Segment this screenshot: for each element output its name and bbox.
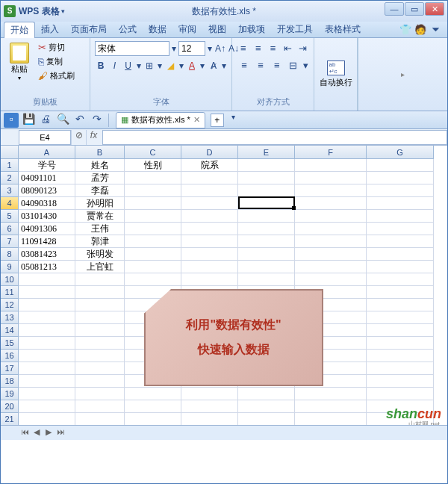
formula-input[interactable] <box>102 130 447 145</box>
skin-icon[interactable]: 👕 <box>399 24 411 36</box>
cell-G3[interactable] <box>367 184 434 197</box>
row-header-1[interactable]: 1 <box>1 159 19 172</box>
clear-dropdown[interactable]: ▾ <box>221 58 227 73</box>
callout-shape[interactable]: 利用"数据有效性" 快速输入数据 <box>144 289 323 386</box>
merge-button[interactable]: ⊟ <box>286 58 301 73</box>
cell-D1[interactable]: 院系 <box>181 159 238 172</box>
cell-A14[interactable] <box>19 324 75 337</box>
grow-font-button[interactable]: A↑ <box>214 41 226 56</box>
cell-B14[interactable] <box>75 324 125 337</box>
cell-B15[interactable] <box>75 337 125 350</box>
row-header-17[interactable]: 17 <box>1 362 19 375</box>
clear-format-button[interactable]: A̷ <box>207 58 219 73</box>
copy-button[interactable]: ⎘复制 <box>37 55 76 68</box>
cell-A18[interactable] <box>19 375 75 388</box>
row-header-4[interactable]: 4 <box>1 197 19 210</box>
cell-F21[interactable] <box>295 413 367 426</box>
row-header-9[interactable]: 9 <box>1 261 19 273</box>
fill-dropdown[interactable]: ▾ <box>178 58 184 73</box>
cell-E4[interactable] <box>238 197 295 210</box>
cell-G4[interactable] <box>367 197 434 210</box>
first-sheet-button[interactable]: ⏮ <box>19 427 31 439</box>
cell-G15[interactable] <box>367 337 434 350</box>
print-button[interactable]: 🖨 <box>38 113 53 128</box>
cell-G12[interactable] <box>367 299 434 311</box>
cell-G5[interactable] <box>367 210 434 223</box>
column-header-E[interactable]: E <box>238 146 295 159</box>
row-header-12[interactable]: 12 <box>1 299 19 311</box>
cell-E2[interactable] <box>238 172 295 184</box>
cell-D2[interactable] <box>181 172 238 184</box>
cell-A10[interactable] <box>19 273 75 286</box>
cell-G17[interactable] <box>367 362 434 375</box>
cell-G10[interactable] <box>367 273 434 286</box>
column-header-A[interactable]: A <box>19 146 75 159</box>
underline-button[interactable]: U <box>122 58 134 73</box>
cell-F19[interactable] <box>295 388 367 400</box>
cell-B2[interactable]: 孟芳 <box>75 172 125 184</box>
column-header-G[interactable]: G <box>367 146 434 159</box>
maximize-button[interactable]: ▭ <box>405 2 424 16</box>
document-tab[interactable]: ▦ 数据有效性.xls * ✕ <box>116 112 205 128</box>
cell-F9[interactable] <box>295 261 367 273</box>
cell-B12[interactable] <box>75 299 125 311</box>
paste-button[interactable]: 粘贴 ▾ <box>5 41 34 83</box>
cell-D4[interactable] <box>181 197 238 210</box>
undo-button[interactable]: ↶ <box>72 113 87 128</box>
cell-C6[interactable] <box>125 223 181 235</box>
name-box[interactable] <box>19 130 71 145</box>
font-name-select[interactable] <box>95 41 169 56</box>
row-header-18[interactable]: 18 <box>1 375 19 388</box>
menu-insert[interactable]: 插入 <box>35 22 65 37</box>
cell-G14[interactable] <box>367 324 434 337</box>
menu-addins[interactable]: 加载项 <box>232 22 271 37</box>
cell-F8[interactable] <box>295 248 367 261</box>
cell-A16[interactable] <box>19 350 75 362</box>
indent-left-button[interactable]: ⇤ <box>281 41 294 56</box>
cell-A21[interactable] <box>19 413 75 426</box>
cell-A19[interactable] <box>19 388 75 400</box>
cell-F7[interactable] <box>295 235 367 248</box>
font-color-dropdown[interactable]: ▾ <box>199 58 205 73</box>
cell-A3[interactable]: 08090123 <box>19 184 75 197</box>
border-dropdown[interactable]: ▾ <box>157 58 163 73</box>
cell-B9[interactable]: 上官虹 <box>75 261 125 273</box>
menu-data[interactable]: 数据 <box>143 22 172 37</box>
underline-dropdown[interactable]: ▾ <box>136 58 142 73</box>
last-sheet-button[interactable]: ⏭ <box>55 427 66 439</box>
cell-E20[interactable] <box>238 400 295 413</box>
cell-C4[interactable] <box>125 197 181 210</box>
align-right-button[interactable]: ≡ <box>270 58 284 73</box>
align-middle-button[interactable]: ≡ <box>252 41 265 56</box>
cell-E8[interactable] <box>238 248 295 261</box>
format-painter-button[interactable]: 🖌格式刷 <box>37 69 76 82</box>
cell-B4[interactable]: 孙明阳 <box>75 197 125 210</box>
menu-home[interactable]: 开始 <box>4 22 35 38</box>
cell-B20[interactable] <box>75 400 125 413</box>
cell-F6[interactable] <box>295 223 367 235</box>
menu-table-styles[interactable]: 表格样式 <box>319 22 367 37</box>
cell-D10[interactable] <box>181 273 238 286</box>
font-size-dropdown[interactable]: ▾ <box>207 41 213 56</box>
cancel-formula-button[interactable]: ⊘ <box>71 130 86 145</box>
cell-D7[interactable] <box>181 235 238 248</box>
cell-B13[interactable] <box>75 311 125 324</box>
cell-A7[interactable]: 11091428 <box>19 235 75 248</box>
align-top-button[interactable]: ≡ <box>237 41 250 56</box>
column-header-C[interactable]: C <box>125 146 181 159</box>
cell-C8[interactable] <box>125 248 181 261</box>
menu-developer[interactable]: 开发工具 <box>271 22 319 37</box>
cell-C1[interactable]: 性别 <box>125 159 181 172</box>
font-size-select[interactable] <box>178 41 205 56</box>
font-name-dropdown[interactable]: ▾ <box>171 41 177 56</box>
cell-D3[interactable] <box>181 184 238 197</box>
cell-A9[interactable]: 05081213 <box>19 261 75 273</box>
save-button[interactable]: 💾 <box>21 113 36 128</box>
cell-G13[interactable] <box>367 311 434 324</box>
menu-review[interactable]: 审阅 <box>172 22 202 37</box>
row-header-16[interactable]: 16 <box>1 350 19 362</box>
indent-right-button[interactable]: ⇥ <box>296 41 309 56</box>
cell-A6[interactable]: 04091306 <box>19 223 75 235</box>
next-sheet-button[interactable]: ▶ <box>43 427 55 439</box>
prev-sheet-button[interactable]: ◀ <box>31 427 43 439</box>
